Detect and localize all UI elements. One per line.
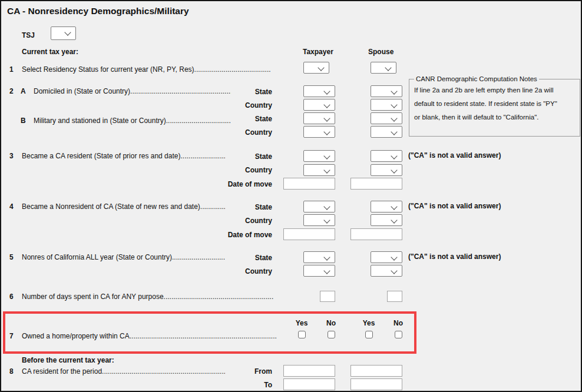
line3-label: Became a CA resident (State of prior res… [22,152,225,160]
current-tax-year-heading: Current tax year: [22,48,78,56]
leader-dots: ........................................… [164,293,273,301]
line6-days-spouse-input[interactable] [387,291,402,302]
spouse-column-header: Spouse [368,48,393,56]
line6-days-taxpayer-input[interactable] [320,291,335,302]
line5-number: 5 [9,253,14,261]
line8-number: 8 [9,367,14,376]
line3-date-of-move-taxpayer-input[interactable] [283,178,335,190]
line7-label: Owned a home/property within CA.........… [22,332,277,340]
line3-country-spouse-dropdown[interactable] [371,164,402,176]
line2a-label-text: Domiciled in (State or Country) [34,87,130,95]
line8-to-taxpayer-input[interactable] [283,378,335,390]
line2b-country-taxpayer-dropdown[interactable] [303,126,335,138]
canr-notes-line1: If line 2a and 2b are left empty then li… [414,84,575,97]
line2b-state-sublabel: State [219,115,272,123]
leader-dots: ........................................… [130,332,277,340]
line4-country-sublabel: Country [219,217,272,225]
line4-country-taxpayer-dropdown[interactable] [303,214,335,226]
line2b-country-sublabel: Country [219,128,272,137]
line7-spouse-no-header: No [389,319,407,327]
line3-label-text: Became a CA resident (State of prior res… [22,152,180,160]
line4-ca-invalid-note: ("CA" is not a valid answer) [408,202,501,210]
line6-label: Number of days spent in CA for ANY purpo… [22,293,273,301]
line4-state-spouse-dropdown[interactable] [371,201,402,212]
line3-number: 3 [9,152,14,160]
line8-label-text: CA resident for the period [22,367,102,376]
line8-label: CA resident for the period..............… [22,367,225,376]
line1-number: 1 [9,65,14,74]
tsj-label: TSJ [22,31,35,39]
leader-dots: ........................................… [130,87,231,95]
line2a-state-sublabel: State [219,88,272,96]
line1-label: Select Residency Status for current year… [22,65,270,74]
line1-label-text: Select Residency Status for current year… [22,65,194,74]
line2-number: 2 [9,87,14,95]
line6-label-text: Number of days spent in CA for ANY purpo… [22,293,164,301]
canr-notes-legend: CANR Demographic Computation Notes [414,75,539,82]
line4-date-of-move-spouse-input[interactable] [350,228,402,240]
line7-taxpayer-yes-checkbox[interactable] [298,331,306,338]
line3-state-sublabel: State [219,152,272,161]
line4-date-of-move-sublabel: Date of move [219,231,272,239]
line4-state-sublabel: State [219,203,272,211]
line8-from-spouse-input[interactable] [350,365,402,377]
page-title: CA - Nonresidency Demographics/Military [7,6,189,16]
line8-to-spouse-input[interactable] [350,378,402,390]
line2a-country-spouse-dropdown[interactable] [371,99,402,111]
line2b-label: Military and stationed in (State or Coun… [34,117,231,125]
line7-spouse-yes-header: Yes [360,319,378,327]
line3-ca-invalid-note: ("CA" is not a valid answer) [408,151,501,160]
line2a-country-sublabel: Country [219,101,272,109]
line7-taxpayer-no-header: No [322,319,340,327]
line4-state-taxpayer-dropdown[interactable] [303,201,335,212]
line2b-country-spouse-dropdown[interactable] [371,126,402,138]
line2b-state-taxpayer-dropdown[interactable] [303,112,335,124]
line5-country-spouse-dropdown[interactable] [371,265,402,277]
line8-from-sublabel: From [219,367,272,376]
line3-date-of-move-spouse-input[interactable] [350,178,402,190]
line5-country-taxpayer-dropdown[interactable] [303,265,335,277]
line8-from-taxpayer-input[interactable] [283,365,335,377]
line4-date-of-move-taxpayer-input[interactable] [283,228,335,240]
line7-number: 7 [9,332,14,340]
leader-dots: ........................................… [102,367,225,376]
line2b-state-spouse-dropdown[interactable] [371,112,402,124]
line3-country-sublabel: Country [219,166,272,174]
taxpayer-column-header: Taxpayer [303,48,333,56]
line7-label-text: Owned a home/property within CA [22,332,130,340]
canr-notes-box: CANR Demographic Computation Notes If li… [409,75,580,137]
line2a-label: Domiciled in (State or Country).........… [34,87,231,95]
line1-residency-status-spouse-dropdown[interactable] [371,62,396,74]
line7-spouse-yes-checkbox[interactable] [365,331,373,338]
line3-country-taxpayer-dropdown[interactable] [303,164,335,176]
line5-state-spouse-dropdown[interactable] [371,251,402,263]
line4-country-spouse-dropdown[interactable] [371,214,402,226]
line5-label: Nonres of California ALL year (State or … [22,253,225,261]
line2b-label-text: Military and stationed in (State or Coun… [34,117,166,125]
canr-notes-line3: or blank, then it will default to "Calif… [414,111,575,124]
line5-state-taxpayer-dropdown[interactable] [303,251,335,263]
line2a-country-taxpayer-dropdown[interactable] [303,99,335,111]
line4-label: Became a Nonresident of CA (State of new… [22,202,225,211]
line5-label-text: Nonres of California ALL year (State or … [22,253,172,261]
line7-taxpayer-yes-header: Yes [293,319,310,327]
line6-number: 6 [9,293,14,301]
line2a-state-spouse-dropdown[interactable] [371,85,402,97]
line2b-letter: B [21,117,26,125]
line5-country-sublabel: Country [219,267,272,275]
line1-residency-status-taxpayer-dropdown[interactable] [303,62,329,74]
line5-ca-invalid-note: ("CA" is not a valid answer) [408,253,501,261]
line3-state-taxpayer-dropdown[interactable] [303,150,335,162]
before-tax-year-heading: Before the current tax year: [22,356,114,364]
line8-to-sublabel: To [219,381,272,389]
line2a-state-taxpayer-dropdown[interactable] [303,85,335,97]
line4-label-text: Became a Nonresident of CA (State of new… [22,202,200,211]
leader-dots: ........................................… [180,152,225,160]
leader-dots: ........................................… [172,253,225,261]
tsj-dropdown[interactable] [51,26,76,40]
line7-spouse-no-checkbox[interactable] [395,331,402,338]
form-canvas: CA - Nonresidency Demographics/Military … [0,0,582,392]
line7-taxpayer-no-checkbox[interactable] [328,331,335,338]
line5-state-sublabel: State [219,254,272,262]
line3-state-spouse-dropdown[interactable] [371,150,402,162]
